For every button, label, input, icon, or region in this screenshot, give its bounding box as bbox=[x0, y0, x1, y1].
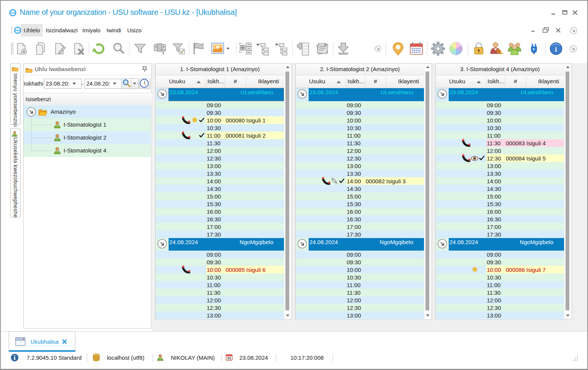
svg-text:i: i bbox=[555, 45, 557, 53]
svg-text:usu: usu bbox=[10, 11, 15, 14]
svg-text:31: 31 bbox=[227, 356, 231, 360]
svg-text:usu: usu bbox=[15, 29, 20, 32]
